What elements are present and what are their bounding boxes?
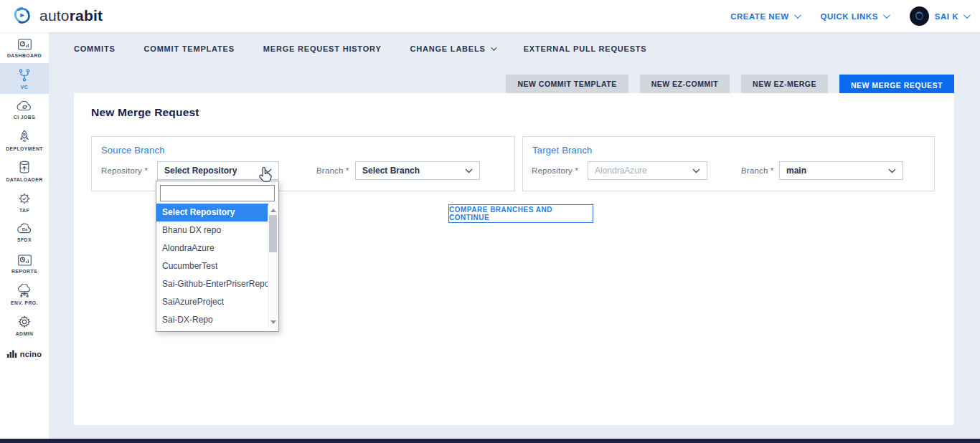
repository-option[interactable]: Bhanu DX repo <box>156 222 268 239</box>
new-merge-request-button[interactable]: NEW MERGE REQUEST <box>839 75 954 95</box>
autorabit-logo[interactable]: autorabit <box>11 5 103 27</box>
sidebar-item-deployment[interactable]: DEPLOYMENT <box>0 125 49 156</box>
repository-search-input[interactable] <box>160 185 275 201</box>
target-branch-value: main <box>786 166 806 176</box>
new-ez-merge-button[interactable]: NEW EZ-MERGE <box>741 75 828 93</box>
target-branch-heading: Target Branch <box>532 145 593 156</box>
bottom-accent-bar <box>0 439 980 443</box>
tab-label: COMMITS <box>74 44 116 53</box>
database-icon <box>17 160 32 175</box>
repository-option[interactable]: Sai-Github-EnterPriserRepo <box>156 275 268 293</box>
required-asterisk: * <box>575 166 578 175</box>
sidebar-item-label: SFDX <box>17 237 32 242</box>
sidebar-item-ci-jobs[interactable]: CI JOBS <box>0 94 49 125</box>
repository-option[interactable]: SaiAzureProject <box>156 293 268 311</box>
repository-dropdown-panel: Select Repository Bhanu DX repo AlondraA… <box>156 181 279 332</box>
target-repository-select[interactable]: AlondraAzure <box>588 161 707 180</box>
tab-external-pull-requests[interactable]: EXTERNAL PULL REQUESTS <box>524 44 647 53</box>
sidebar-item-label: DASHBOARD <box>7 53 42 58</box>
sidebar: DASHBOARD VC CI JOBS DEPLOYMENT <box>0 32 49 439</box>
dashboard-icon <box>17 38 32 51</box>
target-repository-label: Repository * <box>532 166 578 175</box>
avatar-logo-icon <box>914 11 925 22</box>
repository-option[interactable]: Select Repository <box>156 204 268 222</box>
version-control-icon <box>17 68 32 82</box>
chevron-down-icon <box>491 44 496 50</box>
scroll-up-arrow-icon[interactable] <box>270 209 276 212</box>
tab-label: MERGE REQUEST HISTORY <box>263 44 382 53</box>
tab-commits[interactable]: COMMITS <box>74 44 116 53</box>
tab-change-labels[interactable]: CHANGE LABELS <box>410 44 495 53</box>
sidebar-item-label: TAF <box>19 208 29 213</box>
chevron-down-icon <box>794 11 801 19</box>
autorabit-swirl-icon <box>11 5 33 27</box>
tab-commit-templates[interactable]: COMMIT TEMPLATES <box>144 44 235 53</box>
sidebar-item-vc[interactable]: VC <box>0 63 49 94</box>
target-branch-label: Branch * <box>741 166 774 175</box>
chevron-down-icon <box>963 11 971 19</box>
svg-text:Dx: Dx <box>22 227 27 232</box>
dropdown-scrollbar[interactable] <box>268 205 277 328</box>
scrollbar-thumb[interactable] <box>269 215 277 252</box>
source-repository-value: Select Repository <box>164 166 237 176</box>
source-repository-select[interactable]: Select Repository <box>157 161 279 180</box>
ci-jobs-cloud-icon <box>17 100 32 113</box>
source-branch-select[interactable]: Select Branch <box>355 161 480 180</box>
source-branch-heading: Source Branch <box>101 145 165 156</box>
repository-option[interactable]: CucumberTest <box>156 257 268 275</box>
scroll-down-arrow-icon[interactable] <box>270 320 276 324</box>
sidebar-item-env-pro[interactable]: ENV. PRO. <box>0 279 49 310</box>
sidebar-item-label: REPORTS <box>11 269 37 274</box>
chevron-down-icon <box>264 168 272 173</box>
source-repository-label: Repository * <box>101 166 148 175</box>
cloud-dx-icon: Dx <box>17 223 33 235</box>
user-name-label: SAI K <box>935 12 958 21</box>
source-branch-panel: Source Branch Repository * Select Reposi… <box>91 136 515 191</box>
compare-branches-button[interactable]: COMPARE BRANCHES AND CONTINUE <box>448 204 593 223</box>
tab-label: CHANGE LABELS <box>410 44 486 53</box>
sidebar-item-label: DATALOADER <box>6 177 42 182</box>
module-nav: COMMITS COMMIT TEMPLATES MERGE REQUEST H… <box>74 32 646 65</box>
reports-icon <box>17 254 32 267</box>
sidebar-item-admin[interactable]: ADMIN <box>0 310 49 340</box>
action-buttons: NEW COMMIT TEMPLATE NEW EZ-COMMIT NEW EZ… <box>506 75 954 95</box>
target-repository-value: AlondraAzure <box>595 166 647 176</box>
new-merge-request-card: New Merge Request Source Branch Reposito… <box>74 93 954 425</box>
sidebar-item-label: VC <box>21 85 28 90</box>
chevron-down-icon <box>465 168 473 173</box>
new-commit-template-button[interactable]: NEW COMMIT TEMPLATE <box>506 75 628 93</box>
avatar <box>910 6 929 26</box>
user-menu[interactable]: SAI K <box>910 6 969 26</box>
tab-label: EXTERNAL PULL REQUESTS <box>524 44 647 53</box>
quick-links-menu[interactable]: QUICK LINKS <box>821 12 888 21</box>
sidebar-item-sfdx[interactable]: Dx SFDX <box>0 217 49 248</box>
brand-text: autorabit <box>39 7 103 24</box>
source-branch-value: Select Branch <box>362 166 420 176</box>
gear-check-icon <box>17 191 32 206</box>
create-new-label: CREATE NEW <box>730 12 788 21</box>
brand-text-bold: rabit <box>70 7 103 24</box>
target-branch-select[interactable]: main <box>779 161 903 180</box>
ncino-logo-text: ncino <box>20 350 42 358</box>
repository-option[interactable]: Sai-DX-Repo <box>156 311 268 329</box>
brand-text-light: auto <box>39 7 70 24</box>
main-content: COMMITS COMMIT TEMPLATES MERGE REQUEST H… <box>49 32 980 439</box>
required-asterisk: * <box>144 166 148 175</box>
tab-merge-request-history[interactable]: MERGE REQUEST HISTORY <box>263 44 382 53</box>
required-asterisk: * <box>346 166 349 175</box>
app-header: autorabit CREATE NEW QUICK LINKS SA <box>0 0 980 32</box>
sidebar-item-dashboard[interactable]: DASHBOARD <box>0 32 49 63</box>
sidebar-item-label: ADMIN <box>16 331 34 336</box>
sidebar-item-label: CI JOBS <box>14 115 35 120</box>
new-ez-commit-button[interactable]: NEW EZ-COMMIT <box>640 75 730 93</box>
create-new-menu[interactable]: CREATE NEW <box>730 12 798 21</box>
quick-links-label: QUICK LINKS <box>821 12 878 21</box>
repository-option[interactable]: AlondraAzure <box>156 239 268 257</box>
sidebar-item-taf[interactable]: TAF <box>0 186 49 217</box>
page-title: New Merge Request <box>91 106 199 119</box>
chevron-down-icon <box>888 168 896 173</box>
rocket-icon <box>17 129 32 144</box>
sidebar-item-dataloader[interactable]: DATALOADER <box>0 156 49 186</box>
admin-gear-icon <box>17 315 32 329</box>
sidebar-item-reports[interactable]: REPORTS <box>0 248 49 279</box>
